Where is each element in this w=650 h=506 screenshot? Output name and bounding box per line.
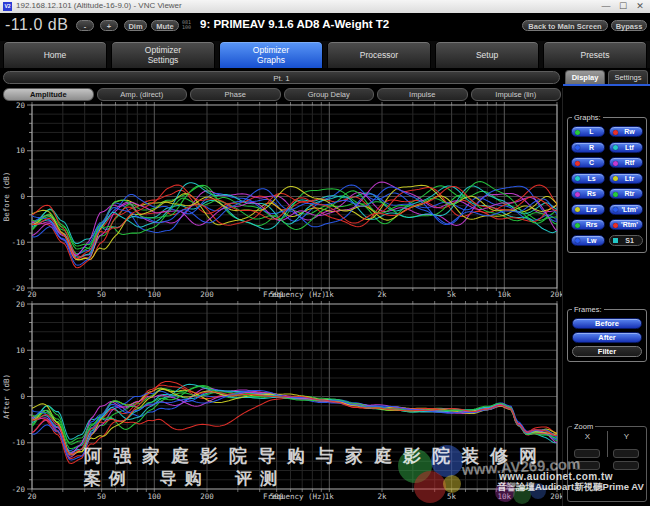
zoom-x-in-button[interactable] (574, 449, 600, 458)
view-tabs: Display Settings (563, 69, 650, 86)
zoom-y-out-button[interactable] (613, 461, 639, 470)
svg-text:100: 100 (148, 492, 162, 501)
channel-label: Lw (587, 237, 597, 244)
tab-optimizer-settings[interactable]: Optimizer Settings (111, 41, 215, 68)
channel-label: L (589, 128, 593, 135)
channel-color-dot (613, 130, 618, 135)
channel-button-Rw[interactable]: Rw (609, 126, 643, 137)
channel-color-dot (575, 176, 580, 181)
tab-display[interactable]: Display (565, 70, 605, 84)
meter-bottom-value: 100 (182, 24, 191, 30)
channel-button-S1[interactable]: S1 (609, 235, 643, 246)
volume-up-button[interactable]: + (100, 20, 118, 31)
channel-color-dot (575, 130, 580, 135)
vnc-viewer-window: V2 192.168.12.101 (Altitude-16-9.0) - VN… (0, 0, 650, 506)
svg-text:20: 20 (16, 300, 26, 309)
channel-button-L[interactable]: L (571, 126, 605, 137)
active-preset-title: 9: PRIMEAV 9.1.6 AD8 A-Weight T2 (200, 18, 389, 30)
svg-text:10: 10 (16, 146, 26, 155)
frames-panel-label: Frames: (572, 305, 604, 314)
svg-text:After (dB): After (dB) (2, 374, 11, 419)
svg-text:2k: 2k (377, 492, 387, 501)
channel-button-Ls[interactable]: Ls (571, 173, 605, 184)
tab-processor[interactable]: Processor (327, 41, 431, 68)
mute-button[interactable]: Mute (151, 20, 179, 31)
tab-home[interactable]: Home (3, 41, 107, 68)
bypass-button[interactable]: Bypass (611, 20, 647, 31)
channel-label: Ls (587, 175, 595, 182)
channel-label: S1 (625, 237, 634, 244)
channel-button-R[interactable]: R (571, 142, 605, 153)
channel-color-dot (613, 192, 618, 197)
after-amplitude-graph: 20100-10-2020501002005001k2k5k10k20kFreq… (0, 296, 563, 506)
channel-color-dot (613, 238, 618, 243)
svg-text:-10: -10 (11, 438, 25, 447)
svg-text:1k: 1k (325, 492, 335, 501)
channel-label: Rtr (624, 190, 634, 197)
zoom-x-out-button[interactable] (574, 461, 600, 470)
back-to-main-screen-button[interactable]: Back to Main Screen (522, 20, 608, 31)
channel-label: Ltf (625, 144, 634, 151)
svg-text:0: 0 (20, 192, 25, 201)
tab-presets[interactable]: Presets (543, 41, 647, 68)
zoom-y-in-button[interactable] (613, 449, 639, 458)
channel-label: Rw (624, 128, 635, 135)
tab-settings[interactable]: Settings (608, 70, 648, 84)
window-title: 192.168.12.101 (Altitude-16-9.0) - VNC V… (16, 1, 182, 10)
point-selector-bar[interactable]: Pt. 1 (3, 71, 560, 84)
svg-text:10k: 10k (498, 492, 512, 501)
channel-button-Rtf[interactable]: Rtf (609, 157, 643, 168)
graphs-panel-label: Graphs: (572, 113, 603, 122)
channel-color-dot (575, 161, 580, 166)
channel-label: Rs (587, 190, 596, 197)
channel-button-Ltm[interactable]: 'Ltm' (609, 204, 643, 215)
channel-color-dot (613, 223, 618, 228)
frames-panel: Frames: Before After Filter (567, 309, 647, 362)
tab-setup[interactable]: Setup (435, 41, 539, 68)
minimize-button[interactable]: — (598, 0, 614, 12)
dim-button[interactable]: Dim (124, 20, 147, 31)
channel-button-C[interactable]: C (571, 157, 605, 168)
svg-text:5k: 5k (447, 492, 457, 501)
channel-label: Lrs (586, 206, 597, 213)
volume-down-button[interactable]: - (76, 20, 94, 31)
frame-filter-button[interactable]: Filter (572, 346, 642, 357)
main-nav-tabs: Home Optimizer Settings Optimizer Graphs… (0, 41, 650, 68)
channel-button-grid: L R C Ls Rs Lrs Rrs Lw Rw Ltf Rtf Ltr Rt… (568, 118, 646, 250)
tab-optimizer-graphs[interactable]: Optimizer Graphs (219, 41, 323, 68)
channel-button-Rrs[interactable]: Rrs (571, 219, 605, 230)
close-button[interactable]: ✕ (632, 0, 648, 12)
svg-text:-20: -20 (11, 284, 25, 293)
svg-text:20: 20 (16, 101, 26, 110)
svg-text:50: 50 (97, 492, 107, 501)
channel-color-dot (613, 176, 618, 181)
sidebar-divider (562, 88, 563, 506)
channel-color-dot (575, 238, 580, 243)
zoom-divider (607, 431, 608, 457)
svg-text:Before (dB): Before (dB) (2, 172, 11, 222)
frame-before-button[interactable]: Before (572, 318, 642, 329)
channel-label: 'Rtm' (621, 221, 638, 228)
window-titlebar: V2 192.168.12.101 (Altitude-16-9.0) - VN… (0, 0, 650, 14)
maximize-button[interactable]: ☐ (615, 0, 631, 12)
channel-button-Rtm[interactable]: 'Rtm' (609, 219, 643, 230)
frame-after-button[interactable]: After (572, 332, 642, 343)
channel-color-dot (613, 145, 618, 150)
channel-color-dot (575, 207, 580, 212)
channel-label: Rrs (586, 221, 598, 228)
channel-button-Rs[interactable]: Rs (571, 188, 605, 199)
zoom-panel: Zoom X Y (567, 426, 647, 502)
before-amplitude-graph: 20100-10-2020501002005001k2k5k10k20kFreq… (0, 96, 563, 302)
svg-text:10: 10 (16, 346, 26, 355)
channel-button-Rtr[interactable]: Rtr (609, 188, 643, 199)
channel-color-dot (575, 223, 580, 228)
channel-color-dot (575, 145, 580, 150)
channel-button-Lrs[interactable]: Lrs (571, 204, 605, 215)
channel-button-Lw[interactable]: Lw (571, 235, 605, 246)
channel-label: C (589, 159, 594, 166)
graphs-channel-panel: Graphs: L R C Ls Rs Lrs Rrs Lw Rw Ltf Rt… (567, 117, 647, 253)
frames-buttons: Before After Filter (568, 310, 646, 361)
channel-button-Ltr[interactable]: Ltr (609, 173, 643, 184)
zoom-panel-label: Zoom (572, 422, 595, 431)
channel-button-Ltf[interactable]: Ltf (609, 142, 643, 153)
